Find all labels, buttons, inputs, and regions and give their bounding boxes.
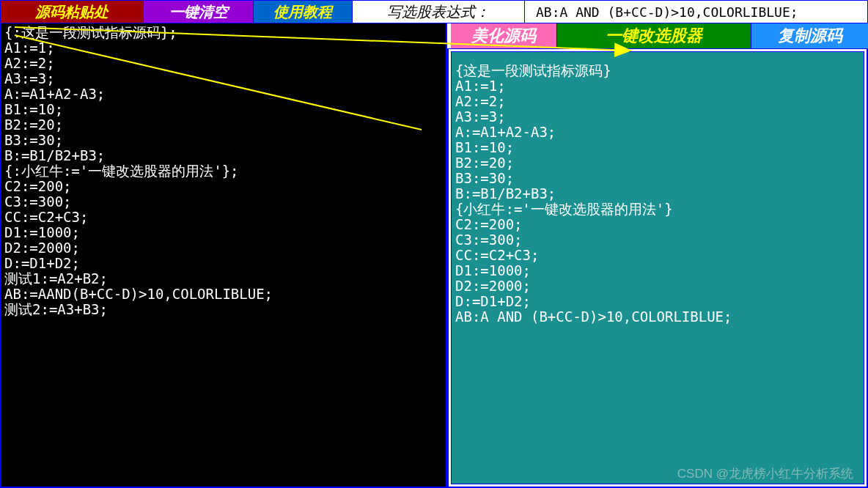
right-side: 美化源码 一键改选股器 复制源码 {这是一段测试指标源码} A1:=1; A2:… — [447, 23, 868, 488]
convert-stock-selector-button[interactable]: 一键改选股器 — [557, 23, 751, 48]
source-code-text[interactable]: {:这是一段测试指标源码}; A1:=1; A2:=2; A3:=3; A:=A… — [1, 23, 446, 319]
expression-label: 写选股表达式： — [353, 1, 525, 23]
clear-button[interactable]: 一键清空 — [144, 1, 254, 23]
expression-input[interactable]: AB:A AND (B+CC-D)>10,COLORLIBLUE; — [525, 1, 867, 23]
watermark-text: CSDN @龙虎榜小红牛分析系统 — [677, 465, 853, 482]
output-code-text: {这是一段测试指标源码} A1:=1; A2:=2; A3:=3; A:=A1+… — [455, 63, 860, 325]
output-panel-wrapper: {这是一段测试指标源码} A1:=1; A2:=2; A3:=3; A:=A1+… — [447, 49, 868, 488]
tutorial-button[interactable]: 使用教程 — [254, 1, 353, 23]
top-toolbar: 源码粘贴处 一键清空 使用教程 写选股表达式： AB:A AND (B+CC-D… — [0, 0, 868, 23]
copy-source-button[interactable]: 复制源码 — [751, 23, 868, 48]
beautify-button[interactable]: 美化源码 — [451, 23, 557, 48]
paste-source-button[interactable]: 源码粘贴处 — [1, 1, 144, 23]
main-area: {:这是一段测试指标源码}; A1:=1; A2:=2; A3:=3; A:=A… — [0, 23, 868, 488]
source-code-panel[interactable]: {:这是一段测试指标源码}; A1:=1; A2:=2; A3:=3; A:=A… — [0, 23, 447, 488]
output-panel[interactable]: {这是一段测试指标源码} A1:=1; A2:=2; A3:=3; A:=A1+… — [451, 51, 864, 484]
right-toolbar: 美化源码 一键改选股器 复制源码 — [447, 23, 868, 49]
